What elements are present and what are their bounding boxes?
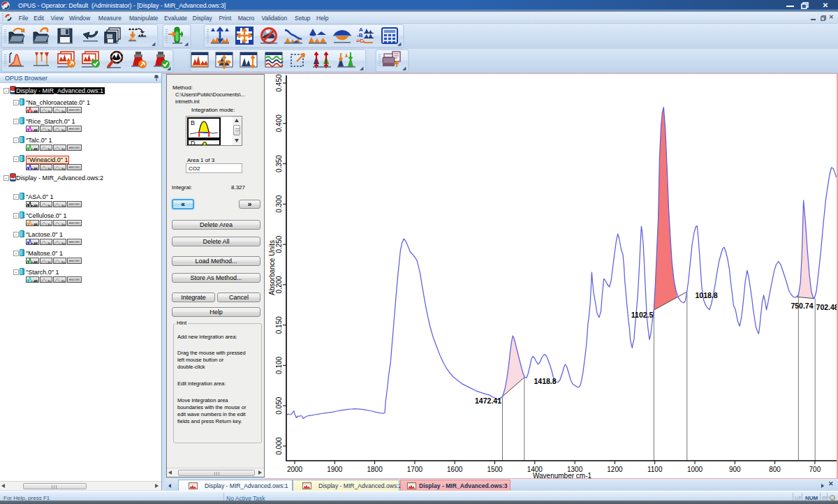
svg-text:750.74: 750.74 xyxy=(791,302,813,310)
svg-text:1800: 1800 xyxy=(367,466,383,473)
svg-text:800: 800 xyxy=(769,466,781,473)
svg-text:1418.8: 1418.8 xyxy=(534,377,557,385)
svg-text:1500: 1500 xyxy=(487,466,503,473)
svg-text:1600: 1600 xyxy=(447,466,463,473)
svg-text:0.050: 0.050 xyxy=(275,396,283,414)
svg-text:0.250: 0.250 xyxy=(275,235,283,253)
svg-text:0.150: 0.150 xyxy=(275,316,283,334)
svg-text:702.48: 702.48 xyxy=(816,303,837,311)
svg-text:1200: 1200 xyxy=(607,466,623,473)
svg-text:1100: 1100 xyxy=(647,466,663,473)
svg-text:=C: =C xyxy=(356,38,364,44)
svg-text:Absorbance Units: Absorbance Units xyxy=(268,240,276,295)
svg-text:0.200: 0.200 xyxy=(275,276,283,293)
svg-text:0.300: 0.300 xyxy=(275,195,283,212)
svg-text:1700: 1700 xyxy=(407,466,423,473)
svg-text:0.350: 0.350 xyxy=(275,155,283,172)
svg-text:0.450: 0.450 xyxy=(275,74,283,91)
svg-text:1000: 1000 xyxy=(687,466,703,473)
svg-text:1472.41: 1472.41 xyxy=(475,396,501,405)
svg-text:1102.5: 1102.5 xyxy=(631,311,654,319)
svg-text:0.400: 0.400 xyxy=(275,114,283,132)
svg-text:700: 700 xyxy=(809,466,821,473)
svg-text:0.100: 0.100 xyxy=(275,356,283,373)
svg-text:900: 900 xyxy=(729,466,741,473)
svg-text:B: B xyxy=(191,119,195,126)
svg-text:1900: 1900 xyxy=(327,466,343,473)
svg-text:Wavenumber cm-1: Wavenumber cm-1 xyxy=(533,472,592,480)
svg-text:1018.8: 1018.8 xyxy=(696,291,718,299)
svg-text:2000: 2000 xyxy=(287,466,303,473)
svg-text:D: D xyxy=(191,140,196,145)
svg-text:0.000: 0.000 xyxy=(275,437,283,454)
